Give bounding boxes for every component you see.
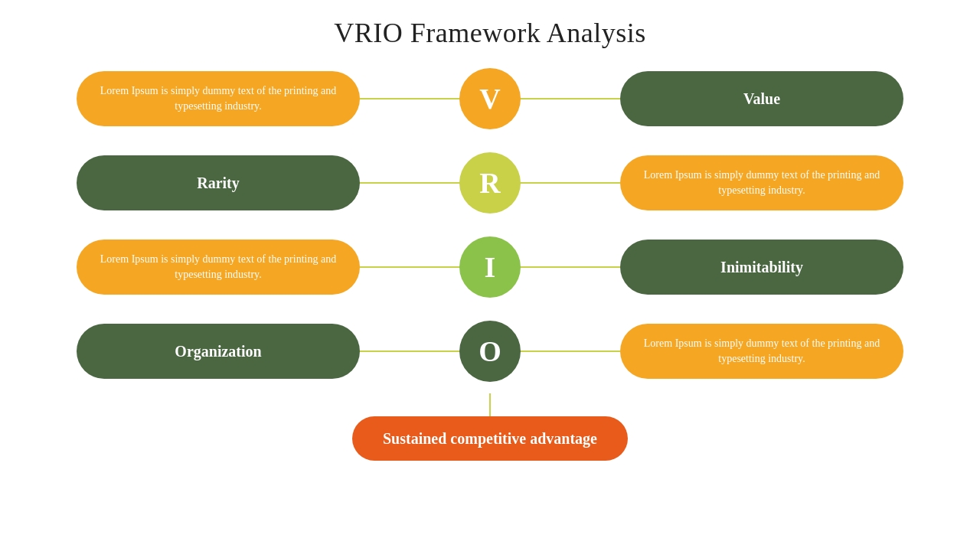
page-title: VRIO Framework Analysis [0, 0, 980, 57]
vertical-connector [489, 393, 491, 416]
circle-I: I [459, 236, 521, 298]
vrio-row-R: RarityRLorem Ipsum is simply dummy text … [31, 141, 949, 225]
circle-O: O [459, 321, 521, 382]
bottom-pill: Sustained competitive advantage [352, 416, 628, 461]
left-pill-I: Lorem Ipsum is simply dummy text of the … [77, 240, 360, 295]
left-pill-V: Lorem Ipsum is simply dummy text of the … [77, 71, 360, 126]
vrio-row-V: Lorem Ipsum is simply dummy text of the … [31, 57, 949, 141]
circle-V: V [459, 68, 521, 129]
right-pill-V: Value [620, 71, 903, 126]
right-pill-O: Lorem Ipsum is simply dummy text of the … [620, 324, 903, 379]
vrio-row-I: Lorem Ipsum is simply dummy text of the … [31, 225, 949, 309]
left-pill-O: Organization [77, 324, 360, 379]
right-pill-I: Inimitability [620, 240, 903, 295]
right-pill-R: Lorem Ipsum is simply dummy text of the … [620, 155, 903, 210]
left-pill-R: Rarity [77, 155, 360, 210]
vrio-row-O: OrganizationOLorem Ipsum is simply dummy… [31, 309, 949, 393]
circle-R: R [459, 152, 521, 214]
